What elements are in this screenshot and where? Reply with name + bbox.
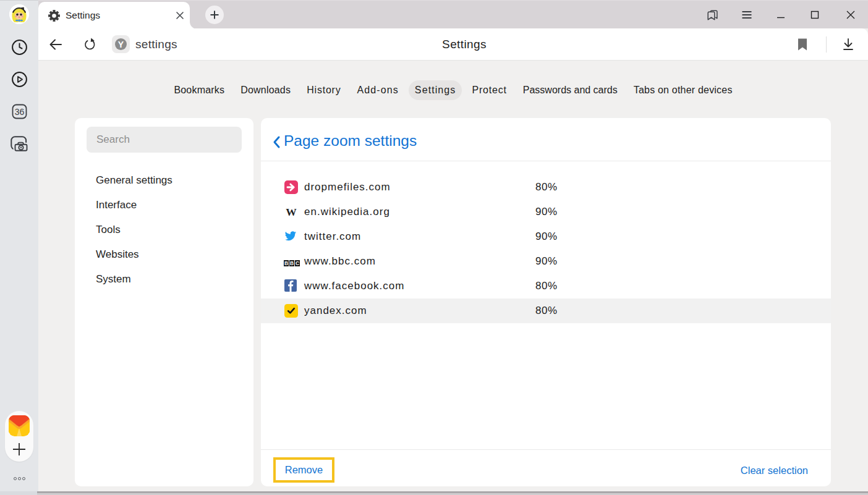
svg-text:W: W — [286, 206, 297, 218]
svg-text:36: 36 — [14, 106, 24, 116]
svg-text:B: B — [290, 260, 294, 266]
svg-text:C: C — [296, 260, 299, 266]
svg-text:B: B — [284, 260, 288, 266]
